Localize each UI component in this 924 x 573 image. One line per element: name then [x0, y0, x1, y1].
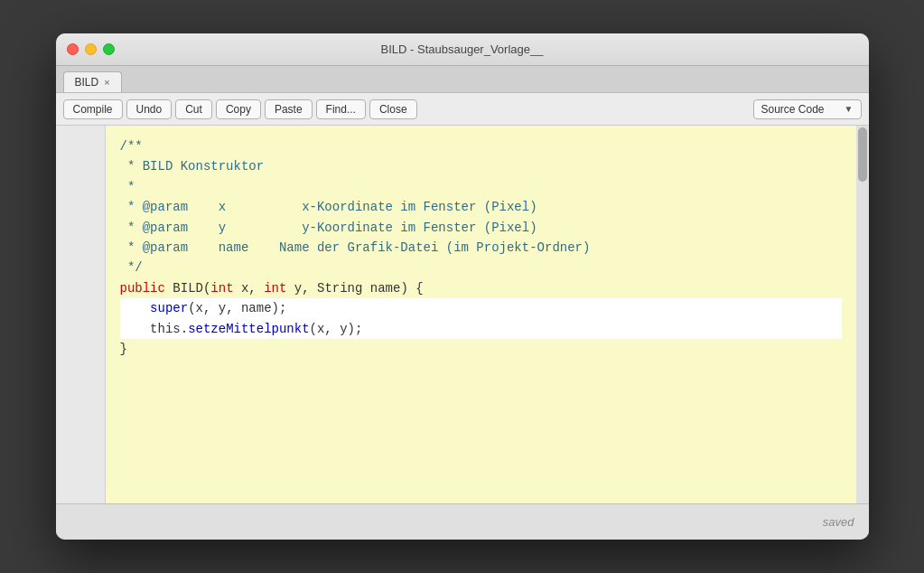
line-num-6	[61, 238, 99, 258]
minimize-button[interactable]	[85, 43, 97, 55]
editor-container: /** * BILD Konstruktor * * @param x x-Ko…	[56, 126, 869, 503]
copy-button[interactable]: Copy	[216, 99, 261, 119]
line-num-3	[61, 177, 99, 197]
undo-button[interactable]: Undo	[126, 99, 173, 119]
paste-button[interactable]: Paste	[265, 99, 313, 119]
line-num-2	[61, 156, 99, 176]
tab-bild[interactable]: BILD ×	[63, 71, 122, 92]
code-keyword-int1: int	[210, 281, 233, 296]
code-keyword-int2: int	[264, 281, 286, 296]
dropdown-arrow-icon: ▼	[845, 104, 854, 114]
code-editor[interactable]: /** * BILD Konstruktor * * @param x x-Ko…	[106, 126, 856, 503]
line-num-9	[61, 298, 99, 318]
line-num-8	[61, 278, 99, 298]
code-content: /** * BILD Konstruktor * * @param x x-Ko…	[106, 126, 856, 390]
code-normal-3: y, String name) {	[286, 281, 423, 296]
tab-label: BILD	[75, 76, 99, 89]
code-method-setze: setzeMittelpunkt	[188, 322, 309, 336]
tab-bar: BILD ×	[56, 66, 869, 93]
cut-button[interactable]: Cut	[175, 99, 212, 119]
tab-close-icon[interactable]: ×	[104, 77, 109, 88]
close-editor-button[interactable]: Close	[369, 99, 417, 119]
close-button[interactable]	[67, 43, 79, 55]
find-button[interactable]: Find...	[316, 99, 366, 119]
traffic-lights	[67, 43, 115, 55]
code-normal-this: this.	[150, 322, 188, 336]
code-method-super: super	[150, 301, 188, 315]
code-line-1: /** * BILD Konstruktor * * @param x x-Ko…	[120, 139, 591, 275]
code-closing-brace: }	[120, 342, 127, 356]
line-numbers	[56, 126, 105, 370]
compile-button[interactable]: Compile	[63, 99, 123, 119]
code-normal-setze-args: (x, y);	[310, 322, 363, 336]
code-keyword-public: public	[120, 281, 165, 296]
line-gutter	[56, 126, 106, 503]
line-num-11	[61, 339, 99, 359]
line-num-1	[61, 136, 99, 156]
status-bar: saved	[56, 503, 869, 540]
source-code-dropdown[interactable]: Source Code ▼	[753, 99, 862, 119]
title-bar: BILD - Staubsauger_Vorlage__	[56, 33, 869, 66]
maximize-button[interactable]	[103, 43, 115, 55]
source-code-label: Source Code	[761, 103, 825, 116]
saved-status: saved	[823, 515, 854, 529]
line-num-10	[61, 319, 99, 339]
line-num-7	[61, 258, 99, 277]
line-num-4	[61, 197, 99, 217]
window-title: BILD - Staubsauger_Vorlage__	[381, 42, 544, 56]
scrollbar-track[interactable]	[856, 126, 869, 503]
toolbar: Compile Undo Cut Copy Paste Find... Clos…	[56, 93, 869, 126]
line-num-5	[61, 218, 99, 238]
scrollbar-thumb[interactable]	[858, 127, 867, 182]
app-window: BILD - Staubsauger_Vorlage__ BILD × Comp…	[56, 33, 869, 540]
code-normal-super-args: (x, y, name);	[188, 301, 286, 315]
code-normal-1: BILD(	[165, 281, 210, 296]
code-normal-2: x,	[234, 281, 265, 296]
